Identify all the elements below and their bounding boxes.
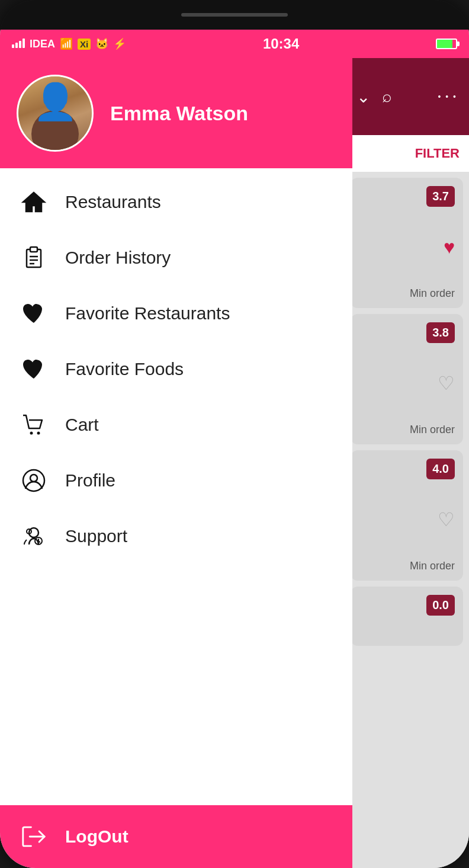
support-label: Support: [65, 526, 127, 546]
search-icon[interactable]: ⌕: [382, 87, 392, 106]
avatar-image: [18, 75, 92, 152]
chevron-down-icon[interactable]: ⌄: [356, 87, 370, 107]
cat-icon: 🐱: [95, 37, 108, 50]
logout-label: LogOut: [65, 827, 129, 847]
logout-bar[interactable]: LogOut: [0, 805, 352, 868]
dots-icon: • • •: [438, 92, 457, 101]
clipboard-icon: [19, 243, 49, 273]
menu-item-favorite-restaurants[interactable]: Favorite Restaurants: [0, 286, 352, 341]
restaurant-card: 3.7 ♥ Min order: [351, 178, 463, 308]
restaurant-card-2: 3.8 ♡ Min order: [351, 314, 463, 444]
favorite-foods-label: Favorite Foods: [65, 359, 184, 379]
menu-item-order-history[interactable]: Order History: [0, 230, 352, 286]
rating-badge-2: 3.8: [426, 322, 455, 343]
svg-point-6: [37, 432, 40, 435]
min-order-label-2: Min order: [410, 424, 455, 436]
profile-label: Profile: [65, 470, 115, 491]
cart-label: Cart: [65, 415, 99, 435]
filter-label[interactable]: FILTER: [415, 146, 460, 161]
time-display: 10:34: [263, 36, 299, 52]
svg-rect-1: [30, 247, 37, 252]
carrier-label: IDEA: [30, 38, 55, 50]
restaurant-card-3: 4.0 ♡ Min order: [351, 450, 463, 581]
heart-solid-icon: [19, 299, 49, 328]
avatar: [17, 75, 94, 152]
svg-point-8: [30, 475, 37, 482]
notch-bar: [0, 0, 469, 30]
filter-bar: FILTER: [345, 135, 469, 172]
order-history-label: Order History: [65, 248, 171, 268]
logout-icon: [19, 822, 49, 851]
background-panel: ⌄ ⌕ • • • FILTER 3.7 ♥ Min order 3.8: [345, 58, 469, 868]
heart-filled-icon-1[interactable]: ♥: [444, 236, 455, 258]
cart-icon: [19, 410, 49, 440]
usb-icon: ⚡: [113, 37, 126, 50]
bg-header-icons: ⌄ ⌕: [356, 87, 392, 107]
home-icon: [19, 187, 49, 217]
main-layout: ⌄ ⌕ • • • FILTER 3.7 ♥ Min order 3.8: [0, 58, 469, 868]
battery-fill: [437, 40, 452, 48]
heart-outline-icon-2[interactable]: ♡: [438, 372, 455, 395]
user-header: Emma Watson: [0, 58, 352, 168]
drawer: Emma Watson Restaurants: [0, 58, 352, 868]
heart-solid-icon-2: [19, 354, 49, 384]
bg-header: ⌄ ⌕ • • •: [345, 58, 469, 135]
favorite-restaurants-label: Favorite Restaurants: [65, 303, 230, 324]
user-name: Emma Watson: [110, 102, 248, 125]
signal-icon: [12, 37, 25, 51]
restaurants-label: Restaurants: [65, 192, 161, 212]
notch: [181, 13, 288, 17]
status-left: IDEA 📶 Xi 🐱 ⚡: [12, 37, 126, 51]
screen: IDEA 📶 Xi 🐱 ⚡ 10:34 ⌄ ⌕: [0, 30, 469, 868]
menu-item-profile[interactable]: Profile: [0, 453, 352, 508]
xi-icon: Xi: [78, 39, 91, 50]
rating-badge-3: 4.0: [426, 459, 455, 479]
phone-frame: IDEA 📶 Xi 🐱 ⚡ 10:34 ⌄ ⌕: [0, 0, 469, 868]
svg-point-5: [30, 432, 33, 435]
support-icon: [19, 521, 49, 551]
rating-badge-4: 0.0: [426, 595, 455, 616]
status-right: [436, 39, 457, 49]
menu-list: Restaurants O: [0, 168, 352, 805]
status-bar: IDEA 📶 Xi 🐱 ⚡ 10:34: [0, 30, 469, 58]
min-order-label-1: Min order: [410, 287, 455, 300]
battery-icon: [436, 39, 457, 49]
menu-item-favorite-foods[interactable]: Favorite Foods: [0, 341, 352, 397]
wifi-icon: 📶: [60, 37, 73, 50]
rating-badge-1: 3.7: [426, 186, 455, 207]
menu-item-support[interactable]: Support: [0, 508, 352, 564]
restaurant-card-4: 0.0: [351, 587, 463, 646]
heart-outline-icon-3[interactable]: ♡: [438, 508, 455, 531]
min-order-label-3: Min order: [410, 560, 455, 572]
profile-icon: [19, 466, 49, 495]
menu-item-restaurants[interactable]: Restaurants: [0, 174, 352, 230]
menu-item-cart[interactable]: Cart: [0, 397, 352, 453]
